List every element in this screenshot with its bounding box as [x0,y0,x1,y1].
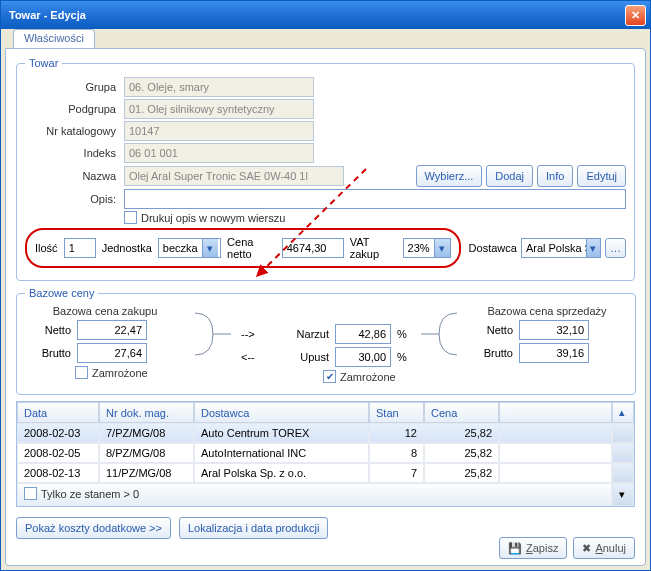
anuluj-button[interactable]: ✖ Anuluj [573,537,635,559]
close-button[interactable]: ✕ [625,5,646,26]
chevron-down-icon: ▾ [586,239,600,257]
table-row[interactable]: 2008-02-058/PZ/MG/08AutoInternational IN… [17,443,634,463]
opis-label: Opis: [25,193,120,205]
zamrozone-label2: Zamrożone [340,371,396,383]
nrkat-label: Nr katalogowy [25,125,120,137]
vat-label: VAT zakup [350,236,397,260]
indeks-field [124,143,314,163]
edytuj-button[interactable]: Edytuj [577,165,626,187]
tab-wlasciwosci[interactable]: Właściwości [13,29,95,49]
grupa-label: Grupa [25,81,120,93]
col-data[interactable]: Data [17,402,99,423]
cell: 25,82 [424,463,499,483]
z-netto-field[interactable] [77,320,147,340]
narzut-field[interactable] [335,324,391,344]
zapisz-button[interactable]: 💾 Zapisz [499,537,567,559]
chevron-down-icon: ▾ [202,239,218,257]
cell: 2008-02-05 [17,443,99,463]
col-stan[interactable]: Stan [369,402,424,423]
cell: 2008-02-13 [17,463,99,483]
pct2: % [397,351,407,363]
checkbox-icon [24,487,37,500]
jednostka-value: beczka [159,242,202,254]
dostawca-value: Aral Polska S [522,242,586,254]
cancel-icon: ✖ [582,542,591,555]
jednostka-select[interactable]: beczka ▾ [158,238,221,258]
cell: Auto Centrum TOREX [194,423,369,443]
cell: AutoInternational INC [194,443,369,463]
indeks-label: Indeks [25,147,120,159]
s-brutto-label: Brutto [467,347,513,359]
bazowe-ceny-group: Bazowe ceny Bazowa cena zakupu Netto Bru… [16,287,636,395]
z-brutto-field[interactable] [77,343,147,363]
cell: 25,82 [424,443,499,463]
zapisz-label: Zapisz [526,542,558,554]
table-row[interactable]: 2008-02-1311/PZ/MG/08Aral Polska Sp. z o… [17,463,634,483]
z-brutto-label: Brutto [25,347,71,359]
checkbox-checked-icon [323,370,336,383]
jednostka-label: Jednostka [102,242,152,254]
scroll-up-icon[interactable]: ▴ [612,402,634,423]
highlight-ring: Ilość Jednostka beczka ▾ Cena netto VAT … [25,228,461,268]
save-icon: 💾 [508,542,522,555]
close-icon: ✕ [631,9,640,22]
vat-select[interactable]: 23% ▾ [403,238,451,258]
ilosc-field[interactable] [64,238,96,258]
zamrozone-mid-checkbox[interactable]: Zamrożone [323,370,396,383]
col-cena[interactable]: Cena [424,402,499,423]
sprzedazy-title: Bazowa cena sprzedaży [467,305,627,317]
vat-value: 23% [404,242,434,254]
cena-netto-field[interactable] [282,238,344,258]
col-nrdok[interactable]: Nr dok. mag. [99,402,194,423]
tylko-stan-checkbox[interactable]: Tylko ze stanem > 0 [24,487,139,500]
lokalizacja-button[interactable]: Lokalizacja i data produkcji [179,517,328,539]
wybierz-button[interactable]: Wybierz... [416,165,483,187]
bracket-right-icon [419,305,459,363]
col-dostawca[interactable]: Dostawca [194,402,369,423]
checkbox-icon [124,211,137,224]
towar-group: Towar Grupa Podgrupa Nr katalogowy Indek… [16,57,635,281]
towar-legend: Towar [25,57,62,69]
drukuj-checkbox[interactable]: Drukuj opis w nowym wierszu [124,211,285,224]
narzut-arrow: --> [241,328,263,340]
info-button[interactable]: Info [537,165,573,187]
dodaj-button[interactable]: Dodaj [486,165,533,187]
cell: 12 [369,423,424,443]
cell: 25,82 [424,423,499,443]
table-row[interactable]: 2008-02-037/PZ/MG/08Auto Centrum TOREX12… [17,423,634,443]
dostawca-select[interactable]: Aral Polska S ▾ [521,238,601,258]
chevron-down-icon: ▾ [434,239,450,257]
upust-label: Upust [269,351,329,363]
opis-field[interactable] [124,189,626,209]
cell: 11/PZ/MG/08 [99,463,194,483]
cell: 8 [369,443,424,463]
anuluj-label: Anuluj [595,542,626,554]
scroll-down-icon[interactable]: ▾ [612,483,634,506]
podgrupa-field [124,99,314,119]
koszty-button[interactable]: Pokaż koszty dodatkowe >> [16,517,171,539]
cell: 2008-02-03 [17,423,99,443]
nazwa-field [124,166,344,186]
cell: Aral Polska Sp. z o.o. [194,463,369,483]
dostawca-label: Dostawca [469,242,517,254]
upust-field[interactable] [335,347,391,367]
zamrozone-label: Zamrożone [92,367,148,379]
s-netto-field[interactable] [519,320,589,340]
zakup-title: Bazowa cena zakupu [25,305,185,317]
grupa-field [124,77,314,97]
drukuj-label: Drukuj opis w nowym wierszu [141,212,285,224]
zamrozone-zakup-checkbox[interactable]: Zamrożone [75,366,148,379]
cell: 8/PZ/MG/08 [99,443,194,463]
cena-netto-label: Cena netto [227,236,276,260]
dostawca-more-button[interactable]: … [605,238,626,258]
podgrupa-label: Podgrupa [25,103,120,115]
window-title: Towar - Edycja [9,9,625,21]
cell: 7/PZ/MG/08 [99,423,194,443]
tylko-stan-label: Tylko ze stanem > 0 [41,488,139,500]
cell: 7 [369,463,424,483]
narzut-label: Narzut [269,328,329,340]
pct1: % [397,328,407,340]
col-empty[interactable] [499,402,612,423]
movements-table: Data Nr dok. mag. Dostawca Stan Cena ▴ 2… [16,401,635,507]
s-brutto-field[interactable] [519,343,589,363]
